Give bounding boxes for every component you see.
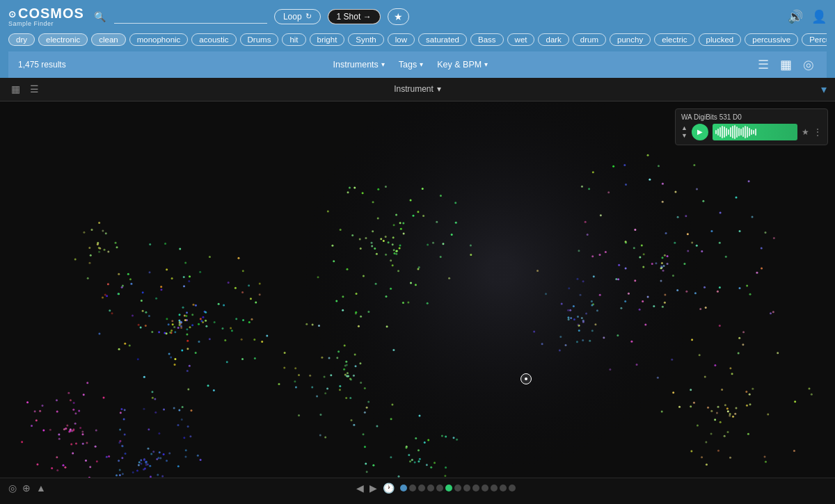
waveform-bar	[747, 127, 748, 138]
now-playing-title: WA DigiBits 531 D0	[681, 113, 742, 121]
tag-chip-drums[interactable]: Drums	[240, 33, 279, 46]
instrument-filter[interactable]: Instrument ▾	[394, 84, 441, 94]
timeline-dot-8[interactable]	[472, 485, 479, 491]
waveform-bar	[726, 128, 727, 136]
bottom-icon-1[interactable]: ◎	[8, 482, 17, 494]
waveform-bar	[734, 125, 735, 139]
tag-chip-dry[interactable]: dry	[8, 33, 35, 46]
timeline-dots	[400, 485, 516, 491]
tag-chip-electric[interactable]: electric	[654, 33, 694, 46]
timeline-dot-2[interactable]	[418, 485, 425, 491]
timeline-dot-7[interactable]	[463, 485, 470, 491]
top-row: ⊙COSMOS Sample Finder 🔍 Loop ↻ 1 Shot → …	[8, 6, 827, 28]
logo-area: ⊙COSMOS Sample Finder	[8, 6, 84, 28]
bottom-bar: ◎ ⊕ ▲ ◀ ▶ 🕐	[0, 478, 835, 498]
timeline-dot-11[interactable]	[500, 485, 507, 491]
waveform-bar	[755, 129, 756, 136]
main-content: ▦ ☰ Instrument ▾ ▾ WA DigiBits 531 D0 ▲	[0, 78, 835, 498]
tag-chip-punchy[interactable]: punchy	[610, 33, 651, 46]
timeline-dot-9[interactable]	[482, 485, 488, 491]
scatter-view-button[interactable]: ◎	[800, 56, 817, 74]
filter-row: 1,475 results Instruments ▾ Tags ▾ Key &…	[8, 51, 827, 78]
waveform-bar	[732, 126, 733, 138]
waveform-bar	[753, 130, 754, 134]
timeline-dot-1[interactable]	[409, 485, 416, 491]
list-view-button[interactable]: ☰	[755, 56, 772, 74]
waveform-bar	[740, 129, 742, 136]
waveform-bar	[728, 129, 729, 135]
scatter-area[interactable]	[0, 101, 835, 478]
timeline-dot-5[interactable]	[445, 485, 452, 491]
waveform-bar	[749, 128, 750, 136]
tag-chip-synth[interactable]: Synth	[348, 33, 383, 46]
tag-chip-monophonic[interactable]: monophonic	[129, 33, 189, 46]
waveform-bars	[713, 124, 797, 140]
timeline-dot-4[interactable]	[436, 485, 443, 491]
np-arrows: ▲ ▼	[681, 124, 687, 140]
bottom-center: ◀ ▶ 🕐	[356, 482, 516, 494]
right-controls: 🔊 👤	[788, 9, 827, 24]
tag-chip-wet[interactable]: wet	[507, 33, 535, 46]
waveform-bar	[724, 127, 725, 138]
loop-button[interactable]: Loop ↻	[274, 9, 321, 24]
profile-icon[interactable]: 👤	[811, 9, 827, 24]
tag-chip-bass[interactable]: Bass	[470, 33, 504, 46]
timeline-dot-0[interactable]	[400, 485, 407, 491]
tags-filter[interactable]: Tags ▾	[399, 60, 423, 70]
tag-chip-plucked[interactable]: plucked	[699, 33, 742, 46]
timeline-dot-3[interactable]	[427, 485, 434, 491]
waveform-bar	[738, 128, 740, 136]
header: ⊙COSMOS Sample Finder 🔍 Loop ↻ 1 Shot → …	[0, 0, 835, 78]
one-shot-button[interactable]: 1 Shot →	[328, 9, 381, 24]
waveform-bar	[722, 126, 723, 138]
scatter-canvas[interactable]	[0, 101, 835, 478]
results-count: 1,475 results	[18, 60, 66, 70]
search-input-container	[114, 10, 267, 24]
timeline-dot-10[interactable]	[491, 485, 498, 491]
timeline-dot-6[interactable]	[454, 485, 461, 491]
tag-chip-dark[interactable]: dark	[538, 33, 568, 46]
list-icon[interactable]: ☰	[27, 82, 42, 96]
bottom-icon-3[interactable]: ▲	[36, 482, 46, 494]
waveform-bar	[715, 130, 717, 134]
now-playing-waveform	[713, 124, 797, 140]
bottom-icon-2[interactable]: ⊕	[22, 482, 31, 494]
timeline-dot-12[interactable]	[509, 485, 516, 491]
favorite-button[interactable]: ★	[388, 8, 409, 25]
logo-title: ⊙COSMOS	[8, 6, 84, 21]
key-bpm-filter[interactable]: Key & BPM ▾	[437, 60, 488, 70]
tag-chip-saturated[interactable]: saturated	[418, 33, 467, 46]
waveform-bar	[742, 127, 744, 137]
tag-chip-bright[interactable]: bright	[310, 33, 345, 46]
tag-chip-acoustic[interactable]: acoustic	[191, 33, 236, 46]
waveform-icon[interactable]: ▦	[8, 82, 23, 96]
now-playing-play-button[interactable]: ▶	[692, 124, 708, 140]
collapse-button[interactable]: ▾	[821, 83, 827, 96]
bottom-left: ◎ ⊕ ▲	[8, 482, 46, 494]
tag-chip-percussion[interactable]: Percussion	[802, 33, 827, 46]
tag-chip-electronic[interactable]: electronic	[38, 33, 88, 46]
tag-chip-drum[interactable]: drum	[573, 33, 606, 46]
nav-arrows: ◀ ▶	[356, 482, 377, 494]
instruments-filter[interactable]: Instruments ▾	[333, 60, 385, 70]
waveform-bar	[751, 129, 752, 135]
now-playing-more-icon[interactable]: ⋮	[813, 127, 822, 137]
nav-prev-button[interactable]: ◀	[356, 482, 364, 494]
tag-chip-percussive[interactable]: percussive	[745, 33, 798, 46]
tag-chip-clean[interactable]: clean	[91, 33, 126, 46]
tag-chip-hit[interactable]: hit	[282, 33, 305, 46]
waveform-bar	[730, 127, 731, 137]
waveform-bar	[717, 129, 719, 136]
sub-header: ▦ ☰ Instrument ▾ ▾	[0, 78, 835, 101]
now-playing-favorite-icon[interactable]: ★	[802, 127, 809, 137]
nav-next-button[interactable]: ▶	[369, 482, 377, 494]
volume-icon[interactable]: 🔊	[788, 9, 803, 24]
search-icon[interactable]: 🔍	[94, 11, 106, 22]
grid-view-button[interactable]: ▦	[777, 56, 795, 74]
clock-icon: 🕐	[383, 482, 395, 494]
tags-row: dryelectroniccleanmonophonicacousticDrum…	[8, 33, 827, 51]
waveform-bar	[719, 127, 721, 137]
view-icons-left: ▦ ☰	[8, 82, 42, 96]
tag-chip-low[interactable]: low	[388, 33, 415, 46]
search-input[interactable]	[114, 10, 267, 24]
